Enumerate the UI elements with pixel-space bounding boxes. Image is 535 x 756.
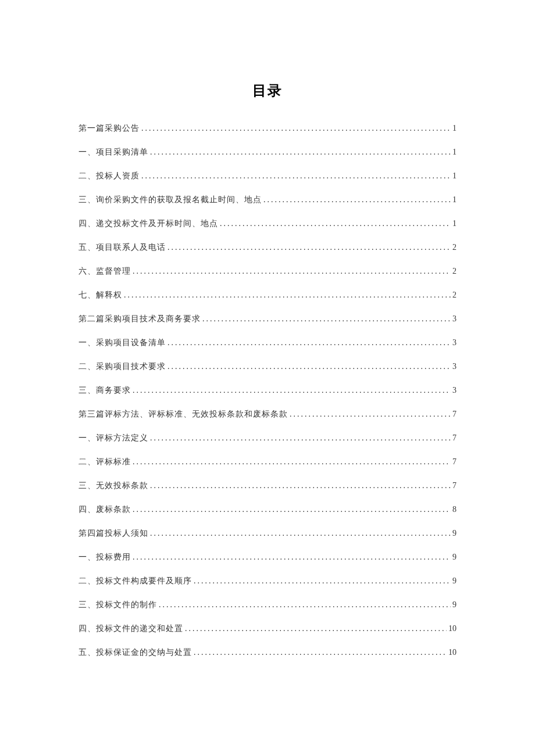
toc-entry-label: 三、投标文件的制作 bbox=[79, 600, 157, 610]
toc-dots: ........................................… bbox=[194, 576, 451, 586]
toc-entry-label: 七、解释权 bbox=[79, 290, 122, 300]
toc-entry-label: 四、投标文件的递交和处置 bbox=[79, 624, 183, 634]
toc-entry-label: 一、评标方法定义 bbox=[79, 433, 148, 443]
toc-entry-page: 9 bbox=[452, 576, 456, 586]
toc-entry: 四、废标条款..................................… bbox=[79, 504, 456, 515]
toc-entry-page: 9 bbox=[452, 529, 456, 538]
toc-entry: 二、采购项目技术要求..............................… bbox=[79, 361, 456, 372]
toc-entry-page: 3 bbox=[452, 386, 456, 395]
toc-entry: 二、投标文件构成要件及顺序...........................… bbox=[79, 576, 456, 586]
toc-entry: 一、项目采购清单................................… bbox=[79, 147, 456, 157]
toc-dots: ........................................… bbox=[133, 386, 451, 395]
toc-entry-page: 9 bbox=[452, 600, 456, 610]
toc-entry: 三、投标文件的制作...............................… bbox=[79, 600, 456, 610]
toc-entry-label: 二、投标人资质 bbox=[79, 171, 140, 181]
toc-list: 第一篇采购公告.................................… bbox=[79, 123, 456, 658]
toc-entry-page: 1 bbox=[452, 124, 456, 133]
toc-entry-label: 第三篇评标方法、评标标准、无效投标条款和废标条款 bbox=[79, 409, 288, 420]
toc-entry-page: 7 bbox=[452, 410, 456, 419]
toc-dots: ........................................… bbox=[150, 481, 451, 490]
toc-dots: ........................................… bbox=[194, 648, 447, 657]
toc-dots: ........................................… bbox=[167, 243, 451, 252]
toc-dots: ........................................… bbox=[220, 219, 451, 228]
toc-entry-label: 一、项目采购清单 bbox=[79, 147, 148, 157]
toc-entry-label: 五、项目联系人及电话 bbox=[79, 242, 166, 253]
toc-entry-page: 1 bbox=[452, 148, 456, 157]
toc-dots: ........................................… bbox=[167, 338, 451, 347]
toc-dots: ........................................… bbox=[150, 529, 451, 538]
toc-dots: ........................................… bbox=[185, 624, 447, 633]
toc-entry-label: 三、商务要求 bbox=[79, 385, 131, 396]
toc-dots: ........................................… bbox=[133, 457, 451, 467]
toc-dots: ........................................… bbox=[124, 291, 451, 300]
toc-entry-label: 四、递交投标文件及开标时间、地点 bbox=[79, 218, 218, 229]
toc-dots: ........................................… bbox=[159, 600, 451, 610]
toc-entry-page: 7 bbox=[452, 457, 456, 467]
toc-entry: 一、评标方法定义................................… bbox=[79, 433, 456, 443]
toc-entry-label: 第一篇采购公告 bbox=[79, 123, 140, 134]
toc-entry-label: 一、投标费用 bbox=[79, 552, 131, 562]
toc-dots: ........................................… bbox=[150, 148, 451, 157]
toc-entry-page: 2 bbox=[452, 243, 456, 252]
page-container: 目录 第一篇采购公告..............................… bbox=[0, 0, 535, 658]
toc-entry-page: 2 bbox=[452, 267, 456, 276]
toc-dots: ........................................… bbox=[133, 267, 451, 276]
toc-entry-page: 3 bbox=[452, 338, 456, 347]
toc-entry: 七、解释权...................................… bbox=[79, 290, 456, 300]
toc-entry-label: 二、投标文件构成要件及顺序 bbox=[79, 576, 192, 586]
toc-entry-page: 7 bbox=[452, 433, 456, 443]
toc-entry: 二、投标人资质.................................… bbox=[79, 171, 456, 181]
toc-dots: ........................................… bbox=[133, 553, 451, 562]
toc-entry: 第四篇投标人须知................................… bbox=[79, 528, 456, 539]
toc-entry-page: 2 bbox=[452, 291, 456, 300]
toc-dots: ........................................… bbox=[141, 124, 451, 133]
toc-entry: 第二篇采购项目技术及商务要求..........................… bbox=[79, 314, 456, 324]
toc-entry-page: 10 bbox=[448, 624, 456, 633]
toc-entry: 四、投标文件的递交和处置............................… bbox=[79, 624, 456, 634]
toc-entry-label: 第四篇投标人须知 bbox=[79, 528, 148, 539]
toc-entry: 四、递交投标文件及开标时间、地点........................… bbox=[79, 218, 456, 229]
toc-dots: ........................................… bbox=[133, 505, 451, 514]
toc-dots: ........................................… bbox=[263, 195, 451, 205]
toc-entry: 二、评标标准..................................… bbox=[79, 457, 456, 467]
toc-entry-page: 3 bbox=[452, 314, 456, 324]
toc-entry-page: 1 bbox=[452, 171, 456, 181]
toc-entry-page: 8 bbox=[452, 505, 456, 514]
toc-entry: 一、投标费用..................................… bbox=[79, 552, 456, 562]
toc-entry-page: 10 bbox=[448, 648, 456, 657]
toc-entry: 六、监督管理..................................… bbox=[79, 266, 456, 277]
toc-entry-label: 第二篇采购项目技术及商务要求 bbox=[79, 314, 201, 324]
toc-entry: 第一篇采购公告.................................… bbox=[79, 123, 456, 134]
toc-entry-label: 四、废标条款 bbox=[79, 504, 131, 515]
toc-entry-label: 三、询价采购文件的获取及报名截止时间、地点 bbox=[79, 195, 262, 205]
toc-entry: 五、投标保证金的交纳与处置...........................… bbox=[79, 647, 456, 658]
toc-dots: ........................................… bbox=[167, 362, 451, 371]
toc-entry: 三、商务要求..................................… bbox=[79, 385, 456, 396]
toc-entry-label: 三、无效投标条款 bbox=[79, 481, 148, 491]
toc-entry-page: 3 bbox=[452, 362, 456, 371]
toc-entry-page: 9 bbox=[452, 553, 456, 562]
toc-dots: ........................................… bbox=[202, 314, 451, 324]
toc-entry-label: 二、评标标准 bbox=[79, 457, 131, 467]
toc-entry: 第三篇评标方法、评标标准、无效投标条款和废标条款................… bbox=[79, 409, 456, 420]
toc-entry-label: 六、监督管理 bbox=[79, 266, 131, 277]
toc-entry-page: 1 bbox=[452, 219, 456, 228]
toc-dots: ........................................… bbox=[290, 410, 451, 419]
toc-entry-label: 五、投标保证金的交纳与处置 bbox=[79, 647, 192, 658]
toc-entry: 三、询价采购文件的获取及报名截止时间、地点...................… bbox=[79, 195, 456, 205]
toc-dots: ........................................… bbox=[150, 433, 451, 443]
toc-entry-label: 二、采购项目技术要求 bbox=[79, 361, 166, 372]
toc-entry: 一、采购项目设备清单..............................… bbox=[79, 338, 456, 348]
toc-dots: ........................................… bbox=[141, 171, 451, 181]
toc-entry-page: 1 bbox=[452, 195, 456, 205]
toc-entry-label: 一、采购项目设备清单 bbox=[79, 338, 166, 348]
toc-entry-page: 7 bbox=[452, 481, 456, 490]
toc-title: 目录 bbox=[79, 81, 456, 100]
toc-entry: 五、项目联系人及电话..............................… bbox=[79, 242, 456, 253]
toc-entry: 三、无效投标条款................................… bbox=[79, 481, 456, 491]
